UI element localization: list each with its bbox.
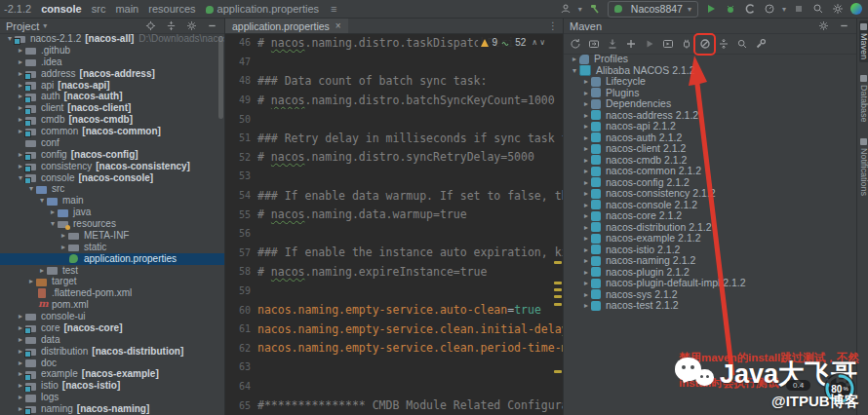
maven-tree-row[interactable]: ▸nacos-client 2.1.2 — [564, 143, 856, 155]
chevron-right-icon[interactable]: ▸ — [581, 166, 591, 177]
maven-tree-row[interactable]: ▸nacos-cmdb 2.1.2 — [564, 155, 856, 167]
chevron-down-icon[interactable]: ▾ — [782, 5, 786, 14]
project-tree-row[interactable]: ▸java — [0, 207, 224, 218]
project-tree-row[interactable]: .flattened-pom.xml — [0, 287, 224, 299]
maven-tree-row[interactable]: ▾Alibaba NACOS 2.1.2 — [564, 65, 856, 77]
project-tree-row[interactable]: ▾src — [0, 183, 224, 195]
run-build-icon[interactable] — [641, 36, 657, 53]
chevron-right-icon[interactable]: ▸ — [581, 155, 591, 167]
skip-tests-icon[interactable] — [696, 36, 713, 53]
download-sources-icon[interactable] — [604, 36, 620, 53]
editor-line[interactable]: 60nacos.naming.empty-service.auto-clean=… — [225, 300, 563, 320]
chevron-right-icon[interactable]: ▸ — [26, 276, 36, 287]
chevron-right-icon[interactable]: ▸ — [581, 88, 591, 99]
prev-next-icons[interactable]: ∧∨ — [532, 38, 547, 47]
user-icon[interactable] — [559, 2, 572, 16]
maven-tree-row[interactable]: ▸nacos-example 2.1.2 — [564, 233, 856, 245]
editor-line[interactable]: 64 — [225, 377, 563, 396]
chevron-right-icon[interactable]: ▸ — [581, 110, 591, 122]
project-tree-row[interactable]: ▾resources — [0, 218, 224, 230]
project-tree-row[interactable]: ▸distribution[nacos-distribution] — [0, 346, 224, 358]
project-panel-title[interactable]: Project — [6, 20, 39, 32]
maven-tree-row[interactable]: ▸nacos-consistency 2.1.2 — [564, 188, 856, 200]
chevron-right-icon[interactable]: ▸ — [581, 222, 591, 234]
settings-gear-icon[interactable] — [184, 19, 198, 33]
editor-line[interactable]: 61nacos.naming.empty-service.clean.initi… — [225, 320, 563, 339]
chevron-right-icon[interactable]: ▸ — [581, 267, 591, 279]
locate-file-icon[interactable] — [143, 19, 157, 33]
chevron-down-icon[interactable]: ▾ — [37, 195, 47, 207]
editor-line[interactable]: 51### Retry delay in milliseconds if syn… — [225, 129, 563, 148]
editor-line[interactable]: 58# nacos.naming.expireInstance=true — [225, 262, 563, 282]
maven-tree-row[interactable]: ▸Plugins — [564, 88, 856, 99]
maven-settings-icon[interactable] — [752, 36, 769, 53]
chevron-right-icon[interactable]: ▸ — [37, 265, 47, 277]
chevron-down-icon[interactable]: ▾ — [578, 5, 582, 14]
breadcrumb-item[interactable]: -2.1.2 — [4, 3, 31, 15]
chevron-right-icon[interactable]: ▸ — [581, 143, 591, 155]
editor-line[interactable]: 47 — [225, 53, 563, 72]
maven-tree-row[interactable]: ▸nacos-istio 2.1.2 — [564, 245, 856, 256]
settings-gear-icon[interactable] — [816, 19, 830, 33]
breadcrumb-item[interactable]: main — [115, 3, 138, 15]
hide-panel-icon[interactable] — [837, 19, 850, 33]
project-tree-row[interactable]: ▸console-ui — [0, 311, 224, 322]
search-icon[interactable] — [811, 2, 825, 16]
collapse-all-icon[interactable] — [715, 36, 731, 53]
project-tree-row[interactable]: ▸test — [0, 265, 224, 277]
hide-panel-icon[interactable] — [205, 19, 218, 33]
stop-icon[interactable] — [792, 2, 806, 16]
settings-gear-icon[interactable] — [831, 2, 845, 16]
project-tree-row[interactable]: ▾main — [0, 195, 224, 207]
maven-tree-row[interactable]: ▸nacos-config 2.1.2 — [564, 177, 856, 189]
maven-tree-row[interactable]: ▸nacos-plugin-default-impl 2.1.2 — [564, 278, 856, 289]
project-tree-row[interactable]: ▸auth[nacos-auth] — [0, 91, 224, 102]
maven-tree-row[interactable]: ▸Dependencies — [564, 98, 856, 110]
editor-line[interactable]: 52# nacos.naming.distro.syncRetryDelay=5… — [225, 148, 563, 168]
collapse-all-icon[interactable] — [164, 19, 178, 33]
project-tree-row[interactable]: ▸data — [0, 334, 224, 346]
editor-line[interactable]: 53 — [225, 167, 563, 186]
project-tree-row[interactable]: ▸core[nacos-core] — [0, 322, 224, 334]
chevron-right-icon[interactable]: ▸ — [16, 57, 25, 68]
editor-line[interactable]: 57### If enable the instance auto expira… — [225, 244, 563, 263]
chevron-down-icon[interactable]: ▾ — [43, 21, 47, 30]
maven-tree-row[interactable]: ▸nacos-auth 2.1.2 — [564, 132, 856, 144]
project-tree-row[interactable]: ▸META-INF — [0, 230, 224, 242]
generate-sources-icon[interactable] — [585, 36, 602, 53]
inspections-widget[interactable]: 9 52 ∧∨ — [478, 36, 550, 49]
chevron-right-icon[interactable]: ▸ — [16, 334, 25, 346]
chevron-right-icon[interactable]: ▸ — [581, 200, 591, 211]
breadcrumb-item[interactable]: console — [41, 3, 82, 15]
maven-tree-row[interactable]: ▸nacos-common 2.1.2 — [564, 166, 856, 177]
project-tree-row[interactable]: ▸.idea — [0, 57, 224, 68]
editor-body[interactable]: 46# nacos.naming.distro.taskDispatchPeri… — [225, 33, 563, 415]
tool-window-button-notifications[interactable]: Notifications — [859, 135, 868, 199]
chevron-down-icon[interactable]: ▾ — [570, 65, 579, 77]
profiler-icon[interactable] — [763, 2, 776, 16]
chevron-right-icon[interactable]: ▸ — [581, 210, 591, 222]
editor-line[interactable]: 56 — [225, 224, 563, 244]
run-icon[interactable] — [704, 2, 718, 16]
chevron-right-icon[interactable]: ▸ — [581, 188, 591, 200]
chevron-down-icon[interactable]: ▾ — [26, 183, 36, 195]
editor-line[interactable]: 65#*************** CMDB Module Related C… — [225, 396, 563, 415]
maven-tree-row[interactable]: ▸nacos-naming 2.1.2 — [564, 255, 856, 267]
maven-tree-row[interactable]: ▸nacos-distribution 2.1.2 — [564, 222, 856, 234]
chevron-right-icon[interactable]: ▸ — [16, 358, 25, 369]
editor-line[interactable]: 55# nacos.naming.data.warmup=true — [225, 205, 563, 224]
editor-tab[interactable]: application.properties × — [225, 19, 348, 33]
maven-tree-row[interactable]: ▸Lifecycle — [564, 76, 856, 88]
project-tree-row[interactable]: ▸doc — [0, 358, 224, 369]
project-tree-row[interactable]: ▸api[nacos-api] — [0, 80, 224, 92]
chevron-right-icon[interactable]: ▸ — [581, 255, 591, 267]
maven-tree-row[interactable]: ▸nacos-api 2.1.2 — [564, 121, 856, 132]
editor-line[interactable]: 49# nacos.naming.distro.batchSyncKeyCoun… — [225, 91, 563, 110]
breadcrumb-item[interactable]: src — [92, 3, 106, 15]
editor-line[interactable]: 50 — [225, 109, 563, 129]
chevron-right-icon[interactable]: ▸ — [581, 278, 591, 289]
dependency-analyzer-icon[interactable] — [678, 36, 694, 53]
editor-line[interactable]: 59 — [225, 282, 563, 301]
chevron-right-icon[interactable]: ▸ — [581, 177, 591, 189]
chevron-right-icon[interactable]: ▸ — [59, 242, 68, 253]
